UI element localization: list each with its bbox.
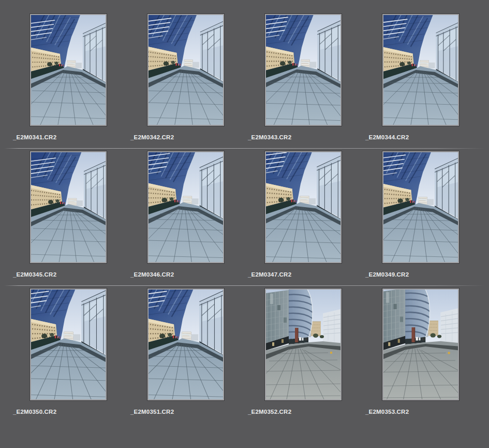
file-name-label[interactable]: _E2M0342.CR2 [130,134,248,141]
thumbnail-row: _E2M0341.CR2 _E2M0342.CR2 _E2M0343.CR2 _… [4,11,485,148]
file-name-label[interactable]: _E2M0347.CR2 [248,271,365,278]
photo-image [383,15,458,125]
file-name-label[interactable]: _E2M0346.CR2 [130,271,248,278]
photo-image [31,15,106,125]
file-name-label[interactable]: _E2M0352.CR2 [248,408,365,415]
photo-image [149,152,223,262]
file-name-label[interactable]: _E2M0351.CR2 [130,408,248,415]
file-cell[interactable]: _E2M0352.CR2 [248,288,365,415]
file-cell[interactable]: _E2M0343.CR2 [248,14,365,141]
file-thumbnail[interactable] [265,14,342,126]
file-thumbnail[interactable] [265,151,342,263]
photo-image [149,290,223,399]
photo-image [31,290,106,399]
file-thumbnail[interactable] [30,14,107,126]
file-thumbnail[interactable] [382,151,459,263]
file-cell[interactable]: _E2M0351.CR2 [130,288,248,415]
photo-image [266,290,340,399]
file-cell[interactable]: _E2M0347.CR2 [248,151,365,278]
thumbnail-row: _E2M0345.CR2 _E2M0346.CR2 _E2M0347.CR2 _… [4,149,485,285]
thumbnail-row: _E2M0350.CR2 _E2M0351.CR2 _E2M0352.CR2 _… [4,286,485,423]
file-cell[interactable]: _E2M0353.CR2 [365,288,483,415]
file-cell[interactable]: _E2M0345.CR2 [13,151,130,278]
file-name-label[interactable]: _E2M0350.CR2 [13,408,130,415]
file-thumbnail[interactable] [382,288,459,400]
file-name-label[interactable]: _E2M0341.CR2 [13,134,130,141]
photo-image [266,152,340,262]
file-thumbnail[interactable] [147,14,224,126]
file-cell[interactable]: _E2M0341.CR2 [13,14,130,141]
file-name-label[interactable]: _E2M0353.CR2 [365,408,483,415]
file-thumbnail[interactable] [265,288,342,400]
file-thumbnail[interactable] [30,288,107,400]
file-cell[interactable]: _E2M0342.CR2 [130,14,248,141]
file-thumbnail[interactable] [147,288,224,400]
file-name-label[interactable]: _E2M0345.CR2 [13,271,130,278]
photo-image [149,15,223,125]
file-name-label[interactable]: _E2M0349.CR2 [365,271,483,278]
thumbnail-grid: _E2M0341.CR2 _E2M0342.CR2 _E2M0343.CR2 _… [4,11,485,423]
file-cell[interactable]: _E2M0346.CR2 [130,151,248,278]
file-cell[interactable]: _E2M0344.CR2 [365,14,483,141]
photo-image [266,15,340,125]
file-thumbnail[interactable] [147,151,224,263]
file-name-label[interactable]: _E2M0344.CR2 [365,134,483,141]
file-thumbnail[interactable] [382,14,459,126]
file-name-label[interactable]: _E2M0343.CR2 [248,134,365,141]
photo-image [383,290,458,399]
file-cell[interactable]: _E2M0350.CR2 [13,288,130,415]
file-thumbnail[interactable] [30,151,107,263]
file-cell[interactable]: _E2M0349.CR2 [365,151,483,278]
photo-image [31,152,106,262]
photo-image [383,152,458,262]
